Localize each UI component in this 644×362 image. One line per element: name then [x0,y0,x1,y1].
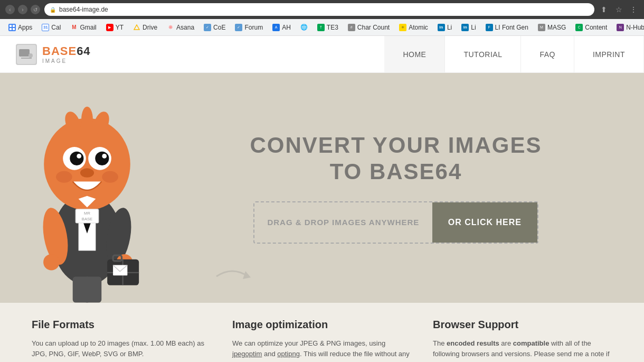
browser-controls: ‹ › ↺ [5,5,40,14]
url-text: base64-image.de [59,6,108,13]
nav-imprint[interactable]: IMPRINT [574,36,644,72]
file-formats-para1: You can upload up to 20 images (max. 1.0… [32,338,211,360]
jpegoptim-link[interactable]: jpegoptim [232,350,262,358]
bookmark-li2[interactable]: in Li [457,22,480,33]
charcount-label: Char Count [357,24,390,31]
bookmark-drive[interactable]: Drive [129,22,162,33]
image-optimization-title: Image optimization [232,319,412,331]
lifontgen-icon: F [486,24,493,31]
nhub-icon: N [617,24,624,31]
svg-rect-22 [84,276,102,302]
back-button[interactable]: ‹ [5,5,15,14]
svg-text:BASE: BASE [82,217,92,221]
bookmark-te3[interactable]: T TE3 [313,22,343,33]
atomic-icon: ⚛ [399,24,406,31]
file-formats-col: File Formats You can upload up to 20 ima… [32,319,211,362]
site-logo: BASE64 IMAGE [0,36,384,72]
drag-drop-label: DRAG & DROP IMAGES ANYWHERE [254,202,432,243]
logo-sub: IMAGE [42,58,91,64]
logo-icon [16,44,37,65]
svg-point-32 [102,154,107,159]
hero-mascot: MR BASE [0,73,158,303]
more-options-icon[interactable]: ⋮ [628,4,639,15]
info-section: File Formats You can upload up to 20 ima… [0,303,644,362]
asana-icon: ❋ [167,24,174,31]
browser-chrome: ‹ › ↺ 🔒 base64-image.de ⬆ ☆ ⋮ [0,0,644,19]
share-icon[interactable]: ⬆ [599,4,609,15]
li-icon: in [438,24,445,31]
li2-icon: in [461,24,469,31]
browser-actions: ⬆ ☆ ⋮ [599,4,639,15]
te3-icon: T [317,24,325,31]
coe-icon: ✓ [204,24,211,31]
bookmark-coe[interactable]: ✓ CoE [200,22,230,33]
charcount-icon: # [348,24,355,31]
site-header: BASE64 IMAGE HOME TUTORIAL FAQ IMPRINT [0,36,644,73]
bookmark-content[interactable]: C Content [571,22,611,33]
bookmark-asana[interactable]: ❋ Asana [163,22,198,33]
refresh-button[interactable]: ↺ [31,5,40,14]
nav-tutorial[interactable]: TUTORIAL [445,36,521,72]
lock-icon: 🔒 [50,7,56,13]
address-bar[interactable]: 🔒 base64-image.de [44,3,594,16]
drive-icon [133,24,140,31]
svg-point-14 [43,254,60,271]
bookmark-lifontgen[interactable]: F LI Font Gen [481,22,533,33]
optipng-link[interactable]: optipng [277,350,300,358]
svg-point-33 [80,168,94,177]
svg-text:MR: MR [84,211,90,216]
hero-content: CONVERT YOUR IMAGES TO BASE64 DRAG & DRO… [158,111,644,265]
masg-icon: M [538,24,545,31]
browser-support-title: Browser Support [433,319,612,331]
file-formats-title: File Formats [32,319,211,331]
bookmark-charcount[interactable]: # Char Count [344,22,394,33]
bookmark-cal[interactable]: 31 Cal [37,22,65,33]
bookmark-yt[interactable]: ▶ YT [102,22,128,33]
hero-section: MR BASE CONVERT YOUR IMAGES TO BASE64 DR… [0,73,644,303]
bookmark-ah[interactable]: A AH [268,22,295,33]
bookmark-atomic[interactable]: ⚛ Atomic [395,22,432,33]
svg-point-25 [81,107,93,132]
browser-support-intro: The encoded results are compatible with … [433,338,612,362]
svg-rect-0 [10,25,12,27]
gmail-icon: M [70,24,78,31]
bookmark-nhub[interactable]: N N-Hub [612,22,644,33]
svg-marker-4 [134,25,139,30]
nav-faq[interactable]: FAQ [521,36,574,72]
logo-brand: BASE64 [42,44,91,58]
svg-rect-6 [19,49,30,57]
yt-icon: ▶ [106,24,113,31]
svg-point-35 [102,171,118,183]
bookmark-globe[interactable]: 🌐 [296,22,312,33]
globe-icon: 🌐 [300,24,308,31]
bookmark-li[interactable]: in Li [433,22,456,33]
bookmark-gmail[interactable]: M Gmail [66,22,100,33]
svg-point-30 [95,152,109,165]
bookmark-masg[interactable]: M MASG [534,22,570,33]
click-here-button[interactable]: OR CLICK HERE [432,202,537,243]
browser-support-col: Browser Support The encoded results are … [433,319,612,362]
logo-text: BASE64 IMAGE [42,44,91,64]
bookmark-forum[interactable]: ✓ Forum [231,22,267,33]
svg-point-7 [29,53,33,58]
nav-home[interactable]: HOME [384,36,445,72]
bookmarks-bar: Apps 31 Cal M Gmail ▶ YT Drive ❋ Asana ✓… [0,19,644,36]
ah-icon: A [272,24,280,31]
svg-point-34 [56,171,72,183]
upload-area[interactable]: DRAG & DROP IMAGES ANYWHERE OR CLICK HER… [253,201,538,244]
svg-rect-2 [10,28,12,30]
bookmark-star-icon[interactable]: ☆ [613,4,624,15]
image-optimization-col: Image optimization We can optimize your … [232,319,412,362]
forum-icon: ✓ [235,24,242,31]
svg-rect-8 [21,58,32,59]
svg-point-29 [70,152,83,165]
cal-icon: 31 [42,24,49,31]
svg-rect-1 [13,25,15,27]
site-nav: HOME TUTORIAL FAQ IMPRINT [384,36,644,72]
svg-point-31 [77,154,81,159]
forward-button[interactable]: › [18,5,27,14]
image-optimization-para1: We can optimize your JPEG & PNG images, … [232,338,412,362]
hero-title: CONVERT YOUR IMAGES TO BASE64 [250,132,542,185]
apps-icon [8,24,16,31]
bookmark-apps[interactable]: Apps [4,22,36,33]
